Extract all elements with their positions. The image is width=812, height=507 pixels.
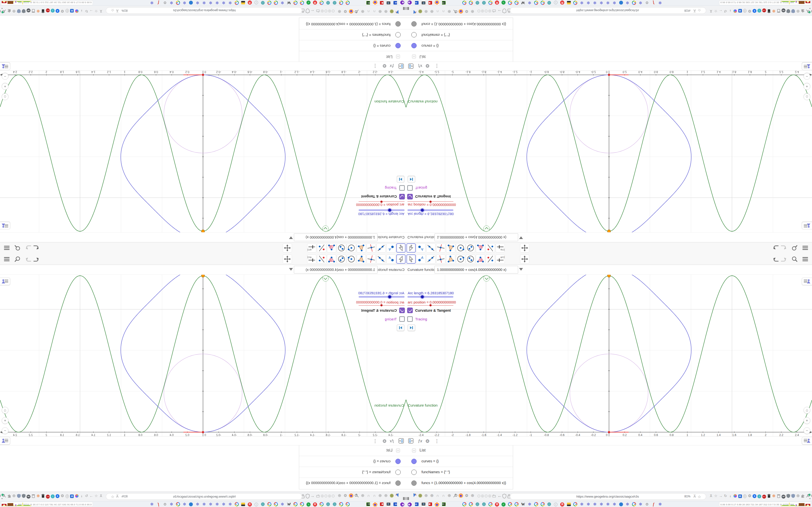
globe-icon[interactable]: ⊕ xyxy=(337,493,342,498)
undo-icon[interactable] xyxy=(33,244,40,251)
taskbar-google-g-icon[interactable] xyxy=(235,0,239,5)
collapse-chevron-icon[interactable] xyxy=(483,225,490,232)
firefox-icon[interactable] xyxy=(458,493,463,498)
taskbar-google-g-icon[interactable] xyxy=(508,502,512,507)
tool-polygon[interactable] xyxy=(446,243,455,252)
step-forward-button[interactable] xyxy=(408,325,415,331)
address-bar[interactable]: https://www.geogebra.org/classic/aagcxh3… xyxy=(510,7,706,14)
puzzle-icon[interactable] xyxy=(7,494,12,498)
arc-position-slider[interactable] xyxy=(407,305,453,306)
zoom-out-icon[interactable]: − xyxy=(2,427,8,434)
checkbox-checked[interactable] xyxy=(399,194,405,200)
algebra-row-funcs[interactable]: funcs = {1.000000000000 + cos(4.00000000… xyxy=(299,477,406,489)
taskbar-f-red-icon[interactable]: f xyxy=(651,0,656,5)
taskbar-google-g-icon[interactable] xyxy=(319,502,324,507)
gear-icon[interactable]: ⚙ xyxy=(381,438,388,445)
globe-icon[interactable]: ⊕ xyxy=(423,493,429,498)
arc-point[interactable] xyxy=(202,230,204,232)
sidebar-toggle-button[interactable] xyxy=(802,222,812,229)
globe-icon[interactable]: ⊕ xyxy=(383,493,389,498)
red-gear-box-icon[interactable]: ✱ xyxy=(379,502,384,507)
plus-blue-icon[interactable]: + xyxy=(752,494,757,498)
taskbar-geogebra-flower-icon[interactable]: ✻ xyxy=(202,0,206,5)
globe-icon[interactable]: ⊕ xyxy=(447,493,452,498)
url-text[interactable]: https://www.geogebra.org/classic/aagcxh3… xyxy=(576,9,639,12)
olive-circle-icon[interactable] xyxy=(418,493,423,498)
fx-icon[interactable]: ƒx xyxy=(388,438,396,445)
record-red-icon[interactable]: REC xyxy=(45,9,50,13)
taskbar-geogebra-flower-icon[interactable]: ✻ xyxy=(202,502,206,507)
trash-outline-icon[interactable] xyxy=(31,9,36,13)
function-input[interactable]: 1.000000000000 + cos(4.000000000000 x) xyxy=(294,233,377,241)
taskbar-geogebra-flower-icon[interactable]: ✻ xyxy=(221,0,226,5)
zoom-level-badge[interactable]: 81% xyxy=(121,495,128,498)
tool-reflect-about-line[interactable] xyxy=(486,255,495,264)
shield-dark-icon[interactable] xyxy=(786,494,791,498)
step-forward-button[interactable] xyxy=(408,176,415,182)
star-icon[interactable]: ☆ xyxy=(111,8,114,12)
back-arrow-icon[interactable]: ← xyxy=(310,8,315,14)
tab-circle-icon[interactable] xyxy=(477,495,480,497)
taskbar-geogebra-flower-icon[interactable]: ✻ xyxy=(208,502,213,507)
algebra-row-funcnames[interactable]: funcNames = {" "} xyxy=(299,467,406,477)
taskbar-google-g-icon[interactable] xyxy=(534,502,539,507)
search-icon[interactable] xyxy=(791,256,798,263)
taskbar-google-g-icon[interactable] xyxy=(540,502,545,507)
wrench-icon[interactable] xyxy=(354,9,360,14)
tool-reflect-about-line[interactable] xyxy=(317,243,326,252)
globe-icon[interactable]: ⊕ xyxy=(383,9,389,14)
wrench-icon[interactable] xyxy=(452,9,458,14)
a-blue-icon[interactable]: A xyxy=(69,494,74,498)
home-icon[interactable]: ⌂ xyxy=(804,407,810,413)
taskbar-f-red-icon[interactable]: f xyxy=(156,0,161,5)
chevron-up-icon[interactable]: ⌃ xyxy=(1,498,3,501)
algebra-toggle-button[interactable] xyxy=(0,62,10,70)
tab-circle-icon[interactable] xyxy=(481,10,484,12)
menu-icon[interactable] xyxy=(3,256,10,263)
taskbar-geogebra-flower-icon[interactable]: ✻ xyxy=(208,0,213,5)
tool-move-graphics-view[interactable] xyxy=(283,255,292,264)
trash-outline-icon[interactable] xyxy=(776,494,781,498)
a-blue-icon[interactable]: A xyxy=(738,9,743,13)
zero-badge-icon[interactable]: 0 xyxy=(743,494,747,498)
tool-move-cursor[interactable] xyxy=(406,255,416,264)
monitor-icon[interactable] xyxy=(421,502,426,507)
taskbar-google-g-icon[interactable] xyxy=(534,0,539,5)
tab-circle-icon[interactable] xyxy=(324,10,327,12)
share-globe-icon[interactable]: ⊕ xyxy=(36,9,41,13)
taskbar-yandex-icon[interactable]: Я xyxy=(495,502,499,507)
taskbar-geogebra-flower-icon[interactable]: ✻ xyxy=(195,0,200,5)
purple-monster-icon[interactable]: ☻ xyxy=(400,502,405,507)
trash-icon[interactable] xyxy=(41,494,45,498)
tool-point[interactable]: A xyxy=(387,255,396,264)
taskbar-knit-circle-icon[interactable] xyxy=(326,0,331,5)
chevron-up-icon[interactable]: ⌃ xyxy=(1,6,3,9)
taskbar-google-g-icon[interactable] xyxy=(462,0,467,5)
algebra-row-funcs[interactable]: funcs = {1.000000000000 + cos(4.00000000… xyxy=(299,18,406,30)
back-arrow-icon[interactable]: ← xyxy=(310,493,315,499)
wrench-icon[interactable] xyxy=(452,493,458,498)
taskbar-blue-circle-icon[interactable] xyxy=(619,502,623,507)
zoom-level-badge[interactable]: 81% xyxy=(684,495,691,498)
globe-icon[interactable]: ⊕ xyxy=(470,493,475,498)
tool-slider[interactable]: a=2 xyxy=(307,243,316,252)
list-dropdown[interactable]: – xyxy=(396,55,400,58)
taskbar-google-g-icon[interactable] xyxy=(267,0,272,5)
taskbar-geogebra-flower-icon[interactable]: ✻ xyxy=(593,0,597,5)
taskbar-google-g-icon[interactable] xyxy=(339,502,343,507)
tool-move-graphics-view[interactable] xyxy=(520,243,529,252)
taskbar-geogebra-flower-icon[interactable]: ✻ xyxy=(280,502,285,507)
globe-icon[interactable]: ⊕ xyxy=(360,9,365,14)
taskbar-google-g-icon[interactable] xyxy=(573,0,577,5)
fx-icon[interactable]: ƒx xyxy=(416,62,424,69)
record-red-icon[interactable]: REC xyxy=(762,9,767,13)
algebra-toggle-button[interactable] xyxy=(0,437,10,445)
forward-arrow-icon[interactable]: → xyxy=(89,494,94,498)
slider-knob[interactable] xyxy=(429,304,432,306)
zoom-out-icon[interactable]: − xyxy=(804,427,810,434)
taskbar-google-g-icon[interactable] xyxy=(632,0,636,5)
tab-circle-icon[interactable] xyxy=(485,495,488,497)
headset-icon[interactable]: ∩ xyxy=(441,9,446,14)
algebra-toggle-button[interactable] xyxy=(802,62,812,70)
slider-knob[interactable] xyxy=(380,201,383,203)
